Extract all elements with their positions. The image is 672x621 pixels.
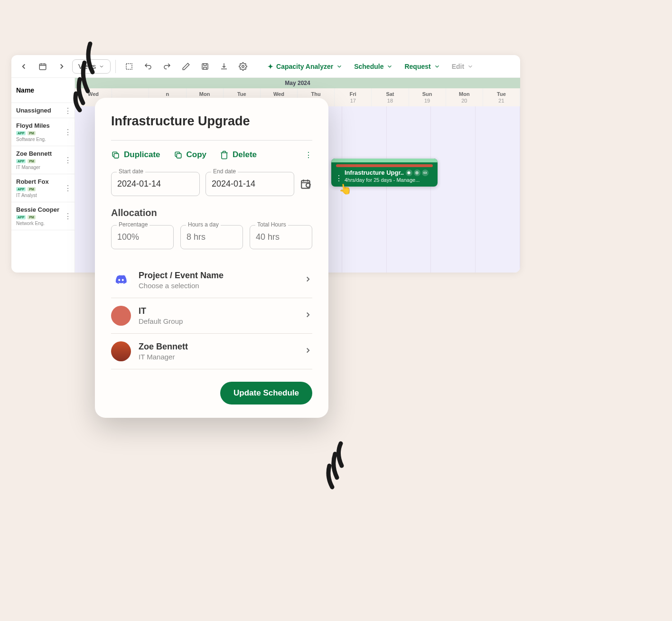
discord-icon: [111, 270, 131, 290]
date-row: Start date End date: [111, 172, 312, 196]
sidebar-row[interactable]: Floyd MilesAPPPMSoftware Eng.⋮: [11, 118, 75, 146]
group-subtitle: Default Group: [139, 317, 296, 325]
end-date-field[interactable]: End date: [205, 172, 294, 196]
sidebar: Name ⋮ Unassigned⋮Floyd MilesAPPPMSoftwa…: [11, 78, 75, 273]
edit-icon[interactable]: [177, 58, 195, 75]
event-top-bar: [331, 159, 438, 162]
row-role: Software Eng.: [16, 137, 70, 142]
row-name: Robert Fox: [16, 178, 70, 185]
sparkle-icon: ✦: [268, 63, 273, 70]
more-icon[interactable]: ⋮: [64, 106, 72, 115]
row-name: Zoe Bennett: [16, 150, 70, 157]
toolbar-separator: [115, 60, 116, 73]
total-hours-field[interactable]: Total Hours: [250, 225, 312, 249]
project-subtitle: Choose a selection: [139, 282, 296, 290]
toolbar: Views ✦ Capacity Analyzer Schedule Reque…: [11, 55, 520, 78]
select-project-row[interactable]: Project / Event Name Choose a selection: [111, 263, 312, 298]
redo-icon[interactable]: [159, 58, 176, 75]
undo-icon[interactable]: [140, 58, 157, 75]
edit-menu[interactable]: Edit: [447, 60, 478, 73]
sidebar-header: Name ⋮: [11, 78, 75, 103]
sidebar-row[interactable]: Bessie CooperAPPPMNetwork Eng.⋮: [11, 202, 75, 230]
views-label: Views: [78, 63, 96, 70]
settings-icon[interactable]: [234, 58, 252, 75]
chevron-right-icon: [304, 310, 312, 321]
day-column: Sat18: [372, 88, 409, 106]
modal-title: Infrastructure Upgrade: [111, 114, 312, 129]
copy-icon: [174, 151, 183, 160]
request-menu[interactable]: Request: [400, 60, 445, 73]
event-badge-icon: ▭: [422, 169, 429, 176]
svg-rect-1: [126, 64, 132, 69]
tag: APP: [16, 215, 26, 219]
views-dropdown[interactable]: Views: [72, 59, 111, 74]
event-progress-bar: [336, 164, 433, 167]
svg-rect-0: [39, 64, 46, 69]
sidebar-row[interactable]: Unassigned⋮: [11, 103, 75, 118]
start-date-field[interactable]: Start date: [111, 172, 200, 196]
calendar-icon-button[interactable]: [34, 58, 51, 75]
hours-input[interactable]: [180, 225, 243, 249]
select-icon[interactable]: [121, 58, 138, 75]
duplicate-button[interactable]: Duplicate: [111, 150, 160, 160]
tag: APP: [16, 187, 26, 191]
select-group-row[interactable]: IT Default Group: [111, 298, 312, 334]
month-header: May 2024: [75, 78, 520, 88]
save-icon[interactable]: [196, 58, 214, 75]
schedule-menu[interactable]: Schedule: [349, 60, 398, 73]
update-schedule-button[interactable]: Update Schedule: [220, 382, 312, 405]
day-column: Mon20: [446, 88, 483, 106]
person-title: Zoe Bennett: [139, 342, 296, 352]
delete-button[interactable]: Delete: [220, 150, 257, 160]
sidebar-row[interactable]: Zoe BennettAPPPMIT Manager⋮: [11, 146, 75, 174]
divider: [111, 140, 312, 141]
group-color-icon: [111, 306, 131, 326]
more-icon[interactable]: ⋮: [64, 156, 72, 165]
cursor-hand-icon: 👆: [338, 182, 353, 197]
row-name: Floyd Miles: [16, 122, 70, 129]
event-badge-icon: ◉: [406, 169, 412, 176]
hours-field[interactable]: Hours a day: [180, 225, 243, 249]
more-icon[interactable]: ⋮: [64, 212, 72, 221]
calendar-reset-icon[interactable]: [300, 178, 312, 190]
download-icon[interactable]: [215, 58, 233, 75]
tag: APP: [16, 131, 26, 135]
day-column: Sun19: [409, 88, 446, 106]
more-icon[interactable]: ⋮: [305, 151, 312, 160]
percentage-input[interactable]: [111, 225, 174, 249]
svg-point-3: [242, 65, 244, 67]
event-title: Infrastructure Upgr..: [345, 169, 404, 176]
svg-rect-2: [202, 64, 208, 69]
start-date-input[interactable]: [111, 172, 200, 196]
event-modal: Infrastructure Upgrade Duplicate Copy De…: [95, 98, 328, 418]
chevron-right-icon: [304, 275, 312, 285]
event-badges: ◉ ◎ ▭: [406, 169, 429, 176]
avatar: [111, 341, 131, 361]
row-name: Bessie Cooper: [16, 206, 70, 213]
event-badge-icon: ◎: [414, 169, 420, 176]
event-more-icon[interactable]: ⋮: [335, 174, 343, 183]
sidebar-row[interactable]: Robert FoxAPPPMIT Analyst⋮: [11, 174, 75, 202]
chevron-right-icon: [304, 346, 312, 357]
select-person-row[interactable]: Zoe Bennett IT Manager: [111, 334, 312, 369]
tag: PM: [28, 131, 36, 135]
prev-button[interactable]: [15, 58, 32, 75]
more-icon[interactable]: ⋮: [64, 128, 72, 137]
next-button[interactable]: [53, 58, 70, 75]
copy-button[interactable]: Copy: [174, 150, 207, 160]
tag: APP: [16, 159, 26, 163]
more-icon[interactable]: ⋮: [64, 184, 72, 193]
tag: PM: [28, 187, 36, 191]
end-date-input[interactable]: [205, 172, 294, 196]
day-column: Tue21: [483, 88, 520, 106]
project-title: Project / Event Name: [139, 271, 296, 281]
day-column: Fri17: [335, 88, 372, 106]
total-hours-input[interactable]: [250, 225, 312, 249]
allocation-title: Allocation: [111, 207, 312, 218]
row-role: IT Analyst: [16, 193, 70, 198]
tag: PM: [28, 215, 36, 219]
percentage-field[interactable]: Percentage: [111, 225, 174, 249]
capacity-analyzer-menu[interactable]: ✦ Capacity Analyzer: [263, 60, 347, 73]
event-subtitle: 4hrs/day for 25 days - Manage...: [345, 177, 434, 183]
tag: PM: [28, 159, 36, 163]
